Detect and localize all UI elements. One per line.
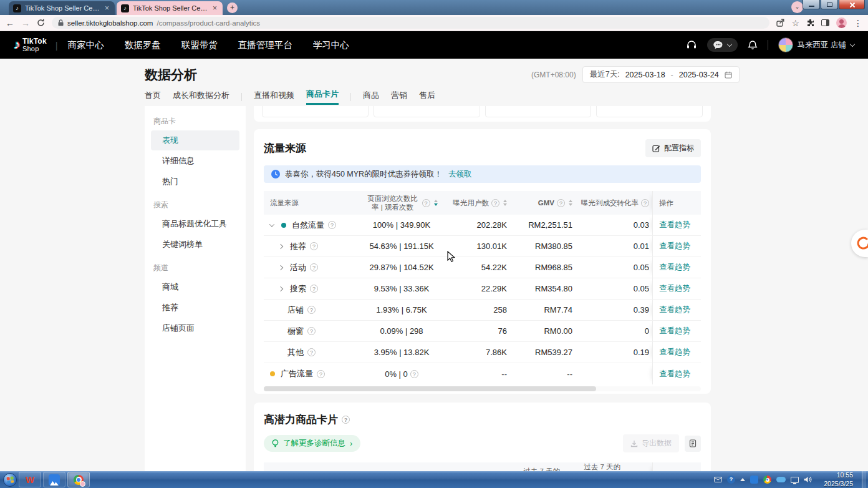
topnav-item[interactable]: 直播管理平台 (238, 39, 292, 51)
volume-icon[interactable] (804, 476, 812, 483)
sidebar-item[interactable]: 表现 (151, 130, 239, 150)
help-icon[interactable]: ? (307, 306, 316, 314)
floating-helper-widget[interactable] (851, 230, 868, 257)
export-data-button[interactable]: 导出数据 (623, 434, 679, 452)
notifications-bell-icon[interactable] (748, 40, 758, 51)
network-icon[interactable] (791, 477, 799, 483)
page-tab[interactable]: 售后 (419, 90, 435, 104)
tray-chrome-icon[interactable] (763, 476, 771, 484)
view-trend-link[interactable]: 查看趋势 (659, 305, 690, 315)
view-trend-link[interactable]: 查看趋势 (659, 283, 690, 294)
page-tab[interactable]: 首页 (145, 90, 161, 104)
sidebar-item[interactable]: 店铺页面 (151, 318, 239, 338)
maximize-button[interactable] (821, 0, 838, 9)
sort-icon[interactable] (434, 200, 438, 206)
show-desktop-button[interactable] (862, 471, 866, 487)
browser-menu-dots-icon[interactable]: ⋮ (854, 19, 862, 27)
sidebar-item[interactable]: 热门 (151, 172, 239, 192)
column-gmv[interactable]: GMV ? (507, 199, 572, 207)
horizontal-scrollbar[interactable] (264, 386, 701, 391)
help-icon[interactable]: ? (342, 416, 350, 424)
page-tab[interactable]: 商品卡片 (306, 89, 339, 105)
sidebar-item[interactable]: 关键词榜单 (151, 235, 239, 255)
start-button[interactable] (3, 473, 17, 487)
help-icon[interactable]: ? (317, 370, 325, 378)
chevron-down-icon (850, 41, 855, 46)
date-range-picker[interactable]: 最近7天: 2025-03-18 - 2025-03-24 (582, 66, 740, 83)
sidebar-item[interactable]: 详细信息 (151, 151, 239, 171)
view-trend-link[interactable]: 查看趋势 (659, 347, 690, 358)
sidebar-item[interactable]: 商品标题优化工具 (151, 214, 239, 234)
address-bar[interactable]: seller.tiktokglobalshop.com/compass/prod… (52, 17, 769, 29)
browser-tab-1[interactable]: ♪ TikTok Shop Seller Center | Cre × (9, 1, 115, 15)
page-tab[interactable]: 营销 (391, 90, 407, 104)
configure-metrics-button[interactable]: 配置指标 (645, 139, 701, 157)
tray-cloud-icon[interactable] (776, 477, 786, 482)
help-icon[interactable]: ? (310, 242, 318, 250)
headset-icon[interactable] (686, 39, 697, 51)
tab-close-icon[interactable]: × (104, 4, 110, 12)
help-icon[interactable]: ? (307, 327, 316, 335)
tab-search-chevron-icon[interactable]: ⌄ (791, 1, 803, 13)
help-icon[interactable]: ? (310, 263, 318, 271)
close-button[interactable] (839, 0, 865, 9)
help-icon[interactable]: ? (307, 348, 316, 356)
taskbar-wps-button[interactable]: W (19, 472, 41, 487)
sidebar-item[interactable]: 商城 (151, 277, 239, 297)
back-icon[interactable]: ← (6, 19, 14, 27)
expand-caret-icon[interactable] (278, 243, 283, 248)
reload-icon[interactable] (37, 19, 45, 27)
view-trend-link[interactable]: 查看趋势 (659, 241, 690, 251)
help-icon[interactable]: ? (410, 370, 418, 378)
side-panel-icon[interactable] (821, 19, 829, 26)
forward-icon[interactable]: → (21, 19, 30, 27)
messages-pill[interactable] (707, 38, 738, 52)
tray-envelope-icon[interactable] (714, 477, 722, 482)
browser-profile-avatar[interactable] (836, 17, 847, 28)
expand-caret-icon[interactable] (278, 286, 283, 291)
tiktok-shop-logo[interactable]: ♪ TikTok Shop (14, 37, 47, 52)
diagnosis-link-pill[interactable]: 了解更多诊断信息 › (264, 435, 360, 452)
taskbar-app-button[interactable] (43, 472, 65, 487)
taskbar-clock[interactable]: 10:55 2025/3/25 (817, 471, 853, 487)
store-switcher[interactable]: 马来西亚 店铺 (778, 37, 854, 52)
tray-app-icon[interactable] (750, 476, 758, 484)
page-tab[interactable]: 成长和数据分析 (173, 90, 229, 104)
help-icon[interactable]: ? (641, 199, 649, 207)
page-tab[interactable]: 商品 (363, 90, 379, 104)
help-icon[interactable]: ? (422, 199, 430, 207)
column-users[interactable]: 曝光用户数 ? (438, 198, 507, 208)
taskbar-chrome-button[interactable] (67, 472, 90, 487)
view-trend-link[interactable]: 查看趋势 (659, 326, 690, 336)
sidebar-item[interactable]: 推荐 (151, 298, 239, 318)
tab-close-icon[interactable]: × (211, 4, 218, 12)
minimize-button[interactable] (803, 0, 820, 9)
share-icon[interactable] (776, 19, 784, 27)
help-icon[interactable]: ? (491, 199, 499, 207)
page-tab[interactable]: 直播和视频 (254, 90, 294, 104)
bookmark-star-icon[interactable]: ☆ (791, 19, 799, 27)
browser-tab-2-active[interactable]: ♪ TikTok Shop Seller Center | Cre × (117, 1, 223, 15)
tray-help-icon[interactable]: ? (727, 476, 735, 484)
column-ratio[interactable]: 页面浏览次数比率 | 观看次数 ? (365, 194, 438, 212)
help-icon[interactable]: ? (328, 221, 336, 229)
column-cvr[interactable]: 曝光到成交转化率 ? (572, 198, 652, 208)
view-trend-link[interactable]: 查看趋势 (659, 220, 690, 230)
help-icon[interactable]: ? (557, 199, 565, 207)
tray-expand-icon[interactable] (740, 478, 745, 481)
claim-coupon-link[interactable]: 去领取 (448, 169, 472, 180)
help-icon[interactable]: ? (310, 285, 318, 293)
expand-caret-icon[interactable] (269, 222, 274, 227)
scrollbar-thumb[interactable] (264, 386, 596, 391)
view-trend-link[interactable]: 查看趋势 (659, 262, 690, 273)
new-tab-button[interactable]: + (227, 2, 238, 13)
report-list-button[interactable] (685, 436, 701, 452)
column-action: 操作 (652, 191, 701, 215)
topnav-item[interactable]: 学习中心 (313, 39, 349, 51)
topnav-item[interactable]: 商家中心 (68, 39, 104, 51)
view-trend-link[interactable]: 查看趋势 (659, 369, 690, 379)
topnav-item[interactable]: 联盟带货 (181, 39, 218, 51)
extensions-puzzle-icon[interactable] (806, 19, 814, 27)
expand-caret-icon[interactable] (278, 265, 283, 270)
topnav-item[interactable]: 数据罗盘 (125, 39, 161, 51)
